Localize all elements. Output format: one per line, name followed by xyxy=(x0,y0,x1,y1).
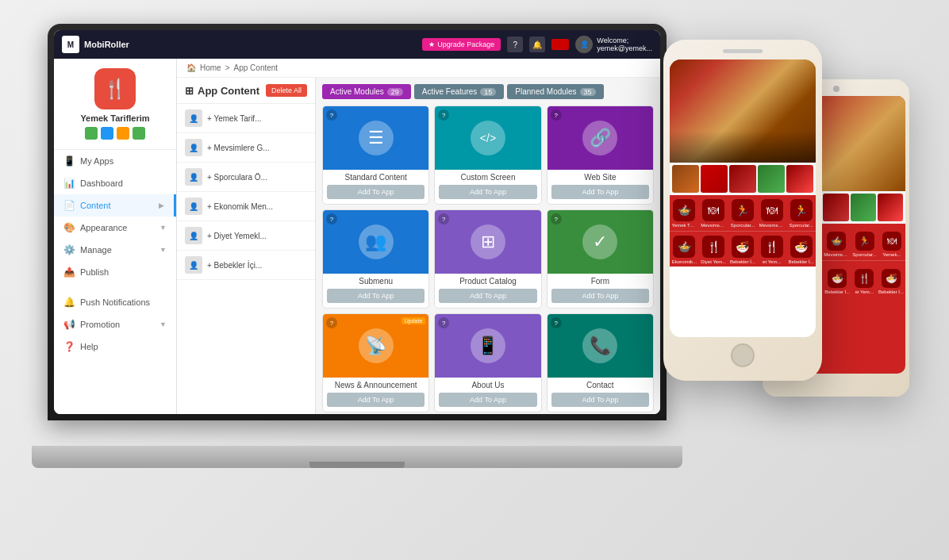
nav-icon-1: 👤 xyxy=(185,109,202,127)
phone2-app-9[interactable]: 🍴 et Yem... xyxy=(851,265,877,297)
help-label: Help xyxy=(80,342,98,351)
phone2-app-5[interactable]: 🍽 Yemek... xyxy=(878,228,905,260)
help-icon[interactable]: ? xyxy=(507,36,523,52)
phone2-app-icon-4: 🏃 xyxy=(855,232,874,251)
nav-item-6[interactable]: 👤 + Bebekler İçi... xyxy=(177,251,315,280)
phone-food-header xyxy=(670,59,816,163)
add-catalog-button[interactable]: Add To App xyxy=(439,289,536,303)
appearance-label: Appearance xyxy=(80,223,127,232)
appearance-icon: 🎨 xyxy=(63,222,75,233)
phone-app-icon-sporcu: 🏃 xyxy=(732,199,754,221)
sidebar-item-dashboard[interactable]: 📊 Dashboard xyxy=(54,172,176,194)
phone-food-image xyxy=(670,59,816,163)
add-submenu-button[interactable]: Add To App xyxy=(327,289,425,303)
panel-header: ⊞ App Content Delete All xyxy=(177,78,315,104)
app-icon: 🍴 xyxy=(94,68,136,109)
phone-home-button[interactable] xyxy=(731,343,755,367)
nav-item-3[interactable]: 👤 + Sporculara Ö... xyxy=(177,163,315,192)
phone-app-ekonomik[interactable]: 🍲 Ekonomik... xyxy=(670,232,699,267)
phone2-app-8[interactable]: 🍜 Bebekler İ... xyxy=(823,265,851,297)
sidebar-item-promotion[interactable]: 📢 Promotion ▼ xyxy=(54,313,176,336)
phone-app-et[interactable]: 🍴 et Yem... xyxy=(757,232,786,267)
manage-icon: ⚙️ xyxy=(63,244,75,255)
phone-app-mevsim2[interactable]: 🍽 Mevsimsme... xyxy=(757,195,786,231)
phone-app-label-bebek2: Bebekler İ... xyxy=(789,259,814,265)
breadcrumb-home-icon: 🏠 xyxy=(186,63,196,72)
phone-app-label-diyet: Diyet Yem... xyxy=(701,259,726,265)
module-icon-submenu: 👥 xyxy=(359,224,394,259)
sidebar-item-help[interactable]: ❓ Help xyxy=(54,336,176,358)
phone2-app-4[interactable]: 🏃 Sporcular... xyxy=(851,228,878,260)
module-product-catalog: ? ⊞ Product Catalog Add To App xyxy=(434,209,541,309)
add-custom-button[interactable]: Add To App xyxy=(439,185,536,199)
phone-app-yemek[interactable]: 🍲 Yemek Tar... xyxy=(670,195,699,231)
module-q-4[interactable]: ? xyxy=(326,213,337,224)
add-standard-button[interactable]: Add To App xyxy=(327,185,425,199)
main-layout: 🍴 Yemek Tariflerim 📱 xyxy=(54,59,660,414)
manage-arrow: ▼ xyxy=(159,246,167,254)
dashboard-icon: 📊 xyxy=(63,178,75,189)
module-q-7[interactable]: ? xyxy=(326,317,337,328)
module-q-2[interactable]: ? xyxy=(438,109,449,121)
logo-icon: M xyxy=(62,36,79,53)
publish-icon: 📤 xyxy=(63,267,75,278)
sidebar-item-publish[interactable]: 📤 Publish xyxy=(54,261,176,283)
sidebar-item-my-apps[interactable]: 📱 My Apps xyxy=(54,150,176,172)
module-q-8[interactable]: ? xyxy=(438,317,449,328)
add-about-button[interactable]: Add To App xyxy=(439,393,536,407)
phone-app-diyet[interactable]: 🍴 Diyet Yem... xyxy=(699,232,728,267)
phone-app-sporcu2[interactable]: 🏃 Sporcular... xyxy=(786,195,816,231)
phone-app-icon-bebek: 🍜 xyxy=(732,236,754,258)
module-q-9[interactable]: ? xyxy=(551,317,562,328)
add-news-button[interactable]: Add To App xyxy=(327,393,425,407)
tab-planned-modules[interactable]: Planned Modules 35 xyxy=(507,84,603,99)
phone2-app-3[interactable]: 🍲 Mevsimsme... xyxy=(822,228,851,260)
upgrade-button[interactable]: ★ Upgrade Package xyxy=(422,38,501,51)
phone2-app-10[interactable]: 🍜 Bebekler İ... xyxy=(877,265,905,297)
module-q-5[interactable]: ? xyxy=(438,213,449,224)
phone-app-bebek2[interactable]: 🍜 Bebekler İ... xyxy=(786,232,816,267)
phone-app-label-mevsim2: Mevsimsme... xyxy=(759,223,785,228)
nav-item-1[interactable]: 👤 + Yemek Tarif... xyxy=(177,104,315,133)
add-web-button[interactable]: Add To App xyxy=(551,185,649,199)
sidebar-item-manage[interactable]: ⚙️ Manage ▼ xyxy=(54,239,176,261)
update-badge: Update xyxy=(402,317,426,324)
nav-item-5[interactable]: 👤 + Diyet Yemekl... xyxy=(177,221,315,251)
tab-active-features[interactable]: Active Features 15 xyxy=(414,84,505,99)
nav-item-2[interactable]: 👤 + Mevsimlere G... xyxy=(177,133,315,163)
welcome-text: Welcome; yemek@yemek... xyxy=(597,36,652,52)
phone2-app-icon-9: 🍴 xyxy=(855,269,874,288)
module-submenu: ? 👥 Submenu Add To App xyxy=(322,209,429,309)
thumb-5 xyxy=(786,165,813,193)
module-q-6[interactable]: ? xyxy=(551,213,562,224)
nav-item-4[interactable]: 👤 + Ekonomik Men... xyxy=(177,192,315,221)
sidebar-item-content[interactable]: 📄 Content ▶ xyxy=(54,194,176,217)
laptop: M MobiRoller ★ Upgrade Package ? 🔔 👤 Wel… xyxy=(48,24,682,468)
module-icon-form: ✓ xyxy=(582,224,617,259)
thumb-4 xyxy=(758,165,785,193)
notification-icon[interactable]: 🔔 xyxy=(529,36,545,52)
phone-app-mevsim[interactable]: 🍽 Mevsimsme... xyxy=(699,195,728,231)
phone-speaker xyxy=(723,49,763,53)
phone-app-bebek[interactable]: 🍜 Bebekler İ... xyxy=(728,232,758,267)
sidebar-item-push-notifications[interactable]: 🔔 Push Notifications xyxy=(54,291,176,313)
tab-active-modules[interactable]: Active Modules 29 xyxy=(322,84,411,99)
module-q[interactable]: ? xyxy=(326,109,337,121)
phone-app-label-sporcu2: Sporcular... xyxy=(789,223,813,228)
phone2-thumb-5 xyxy=(878,194,903,221)
module-icon-standard: ☰ xyxy=(359,121,394,155)
add-contact-button[interactable]: Add To App xyxy=(551,393,649,407)
phone-screen: 🍲 Yemek Tar... 🍽 Mevsimsme... 🏃 Sporcula… xyxy=(670,59,816,337)
phone-app-sporcu[interactable]: 🏃 Sporcular... xyxy=(728,195,758,231)
module-q-3[interactable]: ? xyxy=(551,109,562,121)
app-header: 🍴 Yemek Tariflerim xyxy=(54,59,176,150)
panel-title: ⊞ App Content xyxy=(185,85,259,97)
welcome-area: 👤 Welcome; yemek@yemek... xyxy=(575,36,652,53)
dashboard-label: Dashboard xyxy=(80,178,123,188)
sidebar-item-appearance[interactable]: 🎨 Appearance ▼ xyxy=(54,217,176,239)
phone2-thumb-4 xyxy=(851,194,876,221)
module-icon-web: 🔗 xyxy=(582,121,617,155)
add-form-button[interactable]: Add To App xyxy=(551,289,649,303)
delete-all-button[interactable]: Delete All xyxy=(266,84,307,97)
module-name-web: Web Site xyxy=(548,170,653,185)
